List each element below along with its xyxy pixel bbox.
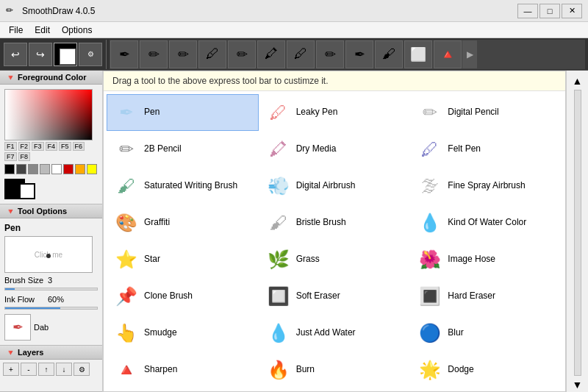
- tool-item-just-add-water[interactable]: 💧Just Add Water: [259, 315, 411, 352]
- express-slot-10[interactable]: 🖌: [375, 40, 403, 68]
- express-slot-3[interactable]: ✏: [169, 40, 197, 68]
- express-slot-5[interactable]: ✏: [228, 40, 256, 68]
- tool-item-move[interactable]: ✛Move: [107, 388, 259, 392]
- f1-label[interactable]: F1: [4, 142, 17, 151]
- layers-header[interactable]: 🔻 Layers: [0, 346, 102, 360]
- f6-label[interactable]: F6: [73, 142, 85, 151]
- tool-item-dry-media[interactable]: 🖍Dry Media: [259, 131, 411, 168]
- tool-item-leaky-pen[interactable]: 🖊Leaky Pen: [259, 94, 411, 131]
- clone-brush-name: Clone Brush: [144, 291, 193, 302]
- dab-preview: ✒: [4, 314, 31, 341]
- tool-dropdown: Drag a tool to the above express tool ba…: [103, 71, 566, 392]
- tool-item-graffiti[interactable]: 🎨Graffiti: [107, 204, 259, 241]
- menu-file[interactable]: File: [3, 24, 29, 37]
- tool-item-2b-pencil[interactable]: ✏2B Pencil: [107, 131, 259, 168]
- tool-options-label: Tool Options: [18, 207, 67, 215]
- scroll-down-button[interactable]: ▼: [571, 377, 584, 392]
- express-slot-eraser[interactable]: ⬜: [404, 40, 432, 68]
- swatch-light-gray[interactable]: [40, 164, 50, 174]
- foreground-color-header[interactable]: 🔻 Foreground Color: [0, 71, 102, 85]
- express-slot-1[interactable]: ✒: [110, 40, 138, 68]
- express-toolbar-expand[interactable]: ▶: [462, 40, 477, 68]
- ink-flow-slider[interactable]: [4, 307, 98, 310]
- tool-item-soft-eraser[interactable]: 🔲Soft Eraser: [259, 278, 411, 315]
- maximize-button[interactable]: □: [539, 4, 560, 18]
- layer-down-button[interactable]: ↓: [56, 363, 72, 376]
- tool-item-grass[interactable]: 🌿Grass: [259, 241, 411, 278]
- f4-label[interactable]: F4: [46, 142, 58, 151]
- tool-item-blur[interactable]: 🔵Blur: [410, 315, 562, 352]
- color-picker-gradient[interactable]: [4, 89, 93, 140]
- tool-item-pen[interactable]: ✒Pen: [107, 94, 259, 131]
- tool-item-dodge[interactable]: 🌟Dodge: [410, 352, 562, 388]
- f5-label[interactable]: F5: [59, 142, 71, 151]
- vertical-scrollbar-track[interactable]: [574, 90, 581, 376]
- tool-preview-box[interactable]: Click me: [4, 236, 93, 273]
- close-button[interactable]: ✕: [562, 4, 582, 18]
- swatch-red[interactable]: [63, 164, 74, 174]
- color-swatch-toolbar[interactable]: [54, 43, 77, 66]
- f3-label[interactable]: F3: [32, 142, 44, 151]
- tool-item-fine-spray-airbrush[interactable]: 🌫Fine Spray Airbrush: [410, 168, 562, 204]
- swatch-orange[interactable]: [75, 164, 85, 174]
- express-slot-2[interactable]: ✏: [140, 40, 168, 68]
- swatch-black[interactable]: [4, 164, 15, 174]
- redo-button[interactable]: ↪: [29, 43, 52, 66]
- sharpen-name: Sharpen: [144, 364, 177, 376]
- tool-item-eyedropper[interactable]: 💉Eyedropper: [410, 388, 562, 392]
- menu-options[interactable]: Options: [56, 24, 98, 37]
- digital-pencil-name: Digital Pencil: [448, 107, 498, 118]
- fg-bg-swatches: [4, 177, 98, 199]
- tool-item-saturated-writing-brush[interactable]: 🖌Saturated Writing Brush: [107, 168, 259, 204]
- color-options-button[interactable]: ⚙: [79, 43, 102, 66]
- menu-edit[interactable]: Edit: [29, 24, 56, 37]
- express-slot-extra[interactable]: 🔺: [434, 40, 462, 68]
- tool-item-smudge[interactable]: 👆Smudge: [107, 315, 259, 352]
- center-content: Drag a tool to the above express tool ba…: [103, 71, 566, 392]
- undo-button[interactable]: ↩: [4, 43, 27, 66]
- f8-label[interactable]: F8: [18, 152, 31, 161]
- tool-item-hard-eraser[interactable]: 🔳Hard Eraser: [410, 278, 562, 315]
- minimize-button[interactable]: —: [517, 4, 538, 18]
- new-layer-button[interactable]: +: [3, 363, 19, 376]
- f2-label[interactable]: F2: [18, 142, 31, 151]
- swatch-white[interactable]: [51, 164, 62, 174]
- tool-item-digital-airbrush[interactable]: 💨Digital Airbrush: [259, 168, 411, 204]
- tool-item-image-hose[interactable]: 🌺Image Hose: [410, 241, 562, 278]
- dodge-name: Dodge: [448, 364, 473, 376]
- express-slot-7[interactable]: 🖊: [287, 40, 315, 68]
- digital-airbrush-icon: 💨: [267, 174, 290, 198]
- tool-item-clone-brush[interactable]: 📌Clone Brush: [107, 278, 259, 315]
- swatch-yellow[interactable]: [87, 164, 97, 174]
- brush-size-slider[interactable]: [4, 288, 98, 291]
- swatch-dark[interactable]: [16, 164, 26, 174]
- right-panel: ▲ ▼: [566, 71, 588, 392]
- layer-up-button[interactable]: ↑: [38, 363, 54, 376]
- tool-item-burn[interactable]: 🔥Burn: [259, 352, 411, 388]
- express-slot-6[interactable]: 🖍: [257, 40, 285, 68]
- background-swatch[interactable]: [19, 183, 35, 199]
- tool-item-digital-pencil[interactable]: ✏Digital Pencil: [410, 94, 562, 131]
- f7-label[interactable]: F7: [4, 152, 17, 161]
- swatch-gray[interactable]: [28, 164, 38, 174]
- kind-of-water-color-icon: 💧: [418, 211, 442, 235]
- express-slot-4[interactable]: 🖊: [198, 40, 226, 68]
- app-icon: ✏: [6, 5, 18, 17]
- tool-options-header[interactable]: 🔻 Tool Options: [0, 204, 102, 218]
- tool-item-rectangle-select[interactable]: ▭Rectangle Select: [259, 388, 411, 392]
- tool-item-bristle-brush[interactable]: 🖌Bristle Brush: [259, 204, 411, 241]
- scroll-up-button[interactable]: ▲: [571, 74, 584, 88]
- express-slot-8[interactable]: ✏: [316, 40, 344, 68]
- brush-size-label: Brush Size: [4, 276, 45, 285]
- felt-pen-icon: 🖊: [418, 138, 442, 161]
- star-icon: ⭐: [115, 248, 138, 271]
- tool-item-felt-pen[interactable]: 🖊Felt Pen: [410, 131, 562, 168]
- express-slot-9[interactable]: ✒: [345, 40, 373, 68]
- tool-item-kind-of-water-color[interactable]: 💧Kind Of Water Color: [410, 204, 562, 241]
- tool-item-sharpen[interactable]: 🔺Sharpen: [107, 352, 259, 388]
- tool-options-arrow: 🔻: [6, 207, 15, 215]
- tool-item-star[interactable]: ⭐Star: [107, 241, 259, 278]
- layer-options-button[interactable]: ⚙: [74, 363, 90, 376]
- delete-layer-button[interactable]: -: [21, 363, 37, 376]
- soft-eraser-icon: 🔲: [267, 285, 290, 308]
